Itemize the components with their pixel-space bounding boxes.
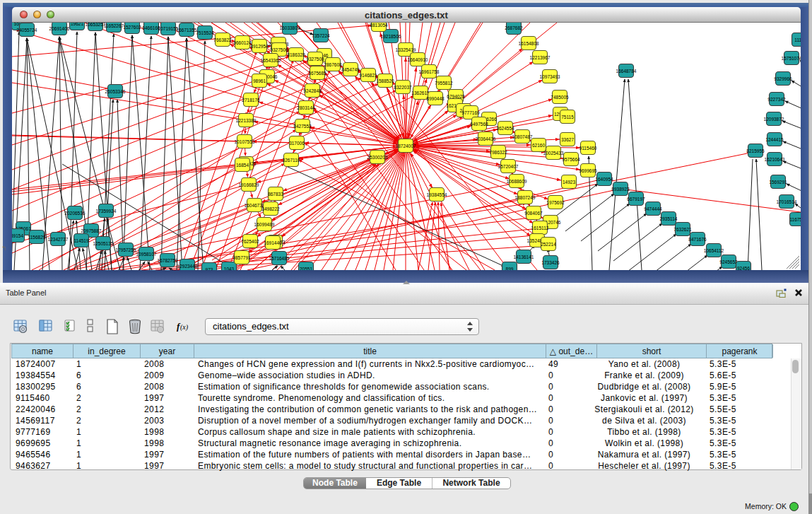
svg-text:6497568: 6497568 (470, 122, 488, 127)
svg-text:973: 973 (206, 267, 213, 270)
svg-text:9115460: 9115460 (579, 146, 597, 151)
svg-text:8186328: 8186328 (287, 52, 305, 57)
svg-text:98961: 98961 (253, 78, 266, 83)
svg-text:16099489: 16099489 (254, 222, 275, 227)
svg-text:1615112: 1615112 (531, 226, 549, 230)
svg-text:8454749: 8454749 (341, 67, 360, 72)
svg-text:8938923: 8938923 (611, 187, 630, 192)
svg-text:10958107: 10958107 (136, 252, 157, 257)
svg-text:1569291: 1569291 (769, 180, 787, 185)
svg-text:26053346: 26053346 (105, 89, 126, 94)
svg-text:16543362: 16543362 (261, 58, 281, 63)
svg-text:1244415: 1244415 (765, 137, 784, 142)
svg-text:9327506: 9327506 (270, 47, 288, 52)
svg-text:12342737: 12342737 (48, 237, 69, 242)
svg-text:12093872: 12093872 (764, 117, 784, 122)
svg-text:10653257: 10653257 (86, 23, 106, 27)
svg-text:7663822: 7663822 (213, 37, 232, 42)
svg-text:15716485: 15716485 (269, 256, 290, 261)
svg-text:9242848: 9242848 (303, 88, 322, 93)
svg-text:116753: 116753 (789, 217, 801, 222)
svg-text:16671355: 16671355 (177, 28, 197, 33)
svg-text:(x): (x) (180, 323, 189, 332)
svg-text:7625402: 7625402 (241, 239, 259, 244)
svg-text:1733426: 1733426 (541, 260, 560, 265)
svg-text:1043: 1043 (224, 267, 235, 270)
svg-text:6679197: 6679197 (627, 197, 645, 201)
svg-text:8912954: 8912954 (250, 44, 269, 49)
svg-text:3267110: 3267110 (283, 158, 300, 163)
svg-text:1527602: 1527602 (123, 25, 141, 30)
svg-text:9146821: 9146821 (359, 73, 377, 78)
svg-text:8990448: 8990448 (426, 96, 445, 101)
svg-text:2867608: 2867608 (324, 62, 342, 67)
svg-text:2718176: 2718176 (242, 98, 260, 103)
svg-text:7632621: 7632621 (673, 227, 692, 232)
svg-text:3624554: 3624554 (496, 126, 514, 131)
svg-text:10973493: 10973493 (540, 74, 560, 79)
svg-text:15751074: 15751074 (782, 56, 801, 61)
svg-text:8471676: 8471676 (688, 237, 707, 242)
svg-text:3675685: 3675685 (308, 71, 326, 76)
svg-text:2935114: 2935114 (660, 216, 678, 221)
svg-text:7986322: 7986322 (489, 150, 507, 155)
svg-text:16648784: 16648784 (616, 69, 637, 74)
svg-text:9474444: 9474444 (644, 206, 662, 211)
svg-text:19218506: 19218506 (381, 34, 401, 39)
svg-text:1975692: 1975692 (546, 200, 565, 205)
svg-text:9245652: 9245652 (719, 259, 738, 264)
svg-text:317006: 317006 (289, 141, 305, 146)
svg-text:16961758: 16961758 (419, 69, 440, 74)
svg-text:9329966: 9329966 (774, 76, 792, 81)
svg-text:10107553: 10107553 (235, 139, 255, 144)
svg-text:9084067: 9084067 (524, 211, 543, 216)
svg-text:20691406: 20691406 (49, 26, 70, 31)
svg-text:12213967: 12213967 (530, 55, 551, 60)
svg-text:9227342: 9227342 (767, 97, 786, 102)
svg-text:252214: 252214 (541, 242, 556, 247)
svg-text:12923448: 12923448 (177, 264, 198, 269)
svg-text:7357224: 7357224 (312, 33, 330, 38)
svg-text:13325419: 13325419 (396, 47, 416, 52)
svg-text:16210643: 16210643 (765, 157, 785, 162)
svg-text:14136141: 14136141 (514, 255, 534, 259)
svg-text:20975887: 20975887 (81, 228, 102, 233)
svg-text:16033809: 16033809 (280, 25, 300, 30)
svg-text:10719155: 10719155 (158, 26, 179, 31)
svg-text:899: 899 (506, 267, 514, 270)
svg-text:20551: 20551 (300, 267, 312, 270)
svg-text:2687682: 2687682 (505, 25, 523, 30)
svg-text:24055724: 24055724 (17, 28, 37, 33)
svg-text:8322037: 8322037 (394, 85, 412, 90)
svg-text:19384554: 19384554 (427, 192, 447, 197)
svg-text:9575664: 9575664 (562, 157, 580, 162)
svg-text:15720407: 15720407 (498, 164, 519, 169)
svg-text:19621: 19621 (71, 23, 83, 26)
svg-text:20364436: 20364436 (476, 136, 496, 141)
svg-text:10688609: 10688609 (507, 179, 527, 184)
svg-text:10654112: 10654112 (704, 248, 724, 253)
svg-text:20206536: 20206536 (65, 211, 86, 216)
svg-text:19166829: 19166829 (239, 182, 259, 187)
svg-text:1156829: 1156829 (28, 235, 46, 240)
svg-text:17957255: 17957255 (116, 247, 136, 252)
svg-text:12213389: 12213389 (236, 118, 257, 123)
svg-text:9699695: 9699695 (579, 168, 597, 173)
svg-text:8813054: 8813054 (370, 23, 388, 28)
svg-text:7515524: 7515524 (196, 30, 214, 35)
svg-text:1112: 1112 (794, 37, 801, 42)
svg-text:1362615: 1362615 (411, 90, 430, 95)
svg-text:17016514: 17016514 (777, 199, 797, 204)
svg-text:9777169: 9777169 (461, 110, 480, 115)
svg-text:39154: 39154 (12, 233, 23, 238)
svg-text:16640910: 16640910 (408, 57, 428, 62)
svg-text:10807487: 10807487 (512, 134, 533, 139)
svg-text:1691440: 1691440 (264, 240, 282, 245)
svg-text:11652267: 11652267 (104, 23, 124, 28)
svg-text:10025433: 10025433 (543, 151, 564, 156)
svg-text:33627: 33627 (561, 137, 574, 142)
svg-text:9857791: 9857791 (233, 255, 251, 260)
svg-text:92456: 92456 (737, 266, 750, 270)
svg-text:12505135: 12505135 (93, 241, 114, 246)
svg-text:1588520: 1588520 (376, 78, 394, 83)
